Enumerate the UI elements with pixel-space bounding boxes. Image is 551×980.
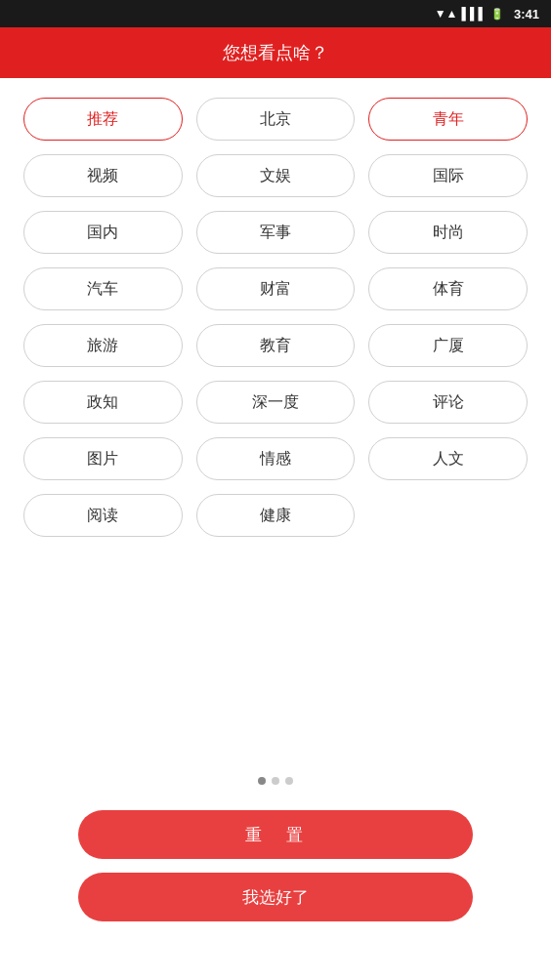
tag-item[interactable]: 国际	[368, 154, 528, 197]
wifi-icon: ▼▲	[435, 7, 458, 20]
battery-icon: 🔋	[490, 8, 504, 20]
status-bar: ▼▲ ▌▌▌ 🔋 3:41	[0, 0, 551, 27]
status-icons: ▼▲ ▌▌▌ 🔋	[435, 7, 504, 20]
tag-item[interactable]: 图片	[23, 437, 183, 480]
page-header: 您想看点啥？	[0, 27, 551, 78]
tag-item[interactable]: 广厦	[368, 324, 528, 367]
tag-item[interactable]: 旅游	[23, 324, 183, 367]
tag-item[interactable]: 青年	[368, 98, 528, 141]
tags-grid: 推荐北京青年视频文娱国际国内军事时尚汽车财富体育旅游教育广厦政知深一度评论图片情…	[23, 98, 528, 537]
bottom-area: 重 置 我选好了	[0, 777, 551, 980]
tag-item[interactable]: 财富	[196, 267, 356, 310]
content-area: 推荐北京青年视频文娱国际国内军事时尚汽车财富体育旅游教育广厦政知深一度评论图片情…	[0, 78, 551, 667]
status-time: 3:41	[514, 7, 539, 21]
tag-item[interactable]: 阅读	[23, 494, 183, 537]
confirm-button[interactable]: 我选好了	[78, 873, 473, 921]
tag-item[interactable]: 体育	[368, 267, 528, 310]
signal-icon: ▌▌▌	[461, 7, 487, 20]
page-title: 您想看点啥？	[223, 41, 328, 64]
reset-button[interactable]: 重 置	[78, 810, 473, 859]
tag-item[interactable]: 视频	[23, 154, 183, 197]
tag-item[interactable]: 人文	[368, 437, 528, 480]
tag-item[interactable]: 评论	[368, 381, 528, 424]
tag-item[interactable]: 时尚	[368, 211, 528, 254]
tag-item[interactable]: 军事	[196, 211, 356, 254]
tag-item[interactable]: 情感	[196, 437, 356, 480]
tag-item[interactable]: 推荐	[23, 98, 183, 141]
page-indicator-dot	[272, 777, 279, 785]
tag-item[interactable]: 政知	[23, 381, 183, 424]
tag-item[interactable]: 汽车	[23, 267, 183, 310]
tag-item[interactable]: 北京	[196, 98, 356, 141]
page-dots	[258, 777, 293, 785]
tag-item[interactable]: 文娱	[196, 154, 356, 197]
tag-item[interactable]: 深一度	[196, 381, 356, 424]
tag-item[interactable]: 国内	[23, 211, 183, 254]
tag-item[interactable]: 教育	[196, 324, 356, 367]
page-indicator-dot	[258, 777, 266, 785]
page-indicator-dot	[285, 777, 293, 785]
tag-item[interactable]: 健康	[196, 494, 356, 537]
